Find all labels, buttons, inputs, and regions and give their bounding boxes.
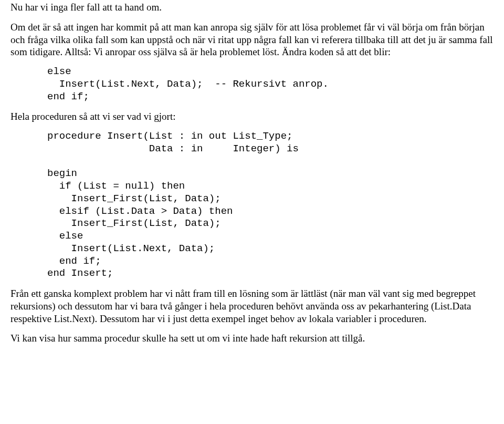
paragraph-4: Från ett ganska komplext problem har vi … xyxy=(10,287,494,325)
paragraph-5: Vi kan visa hur samma procedur skulle ha… xyxy=(10,332,494,345)
paragraph-2: Om det är så att ingen har kommit på att… xyxy=(10,21,494,58)
paragraph-3: Hela proceduren så att vi ser vad vi gjo… xyxy=(10,110,494,123)
code-block-1: else Insert(List.Next, Data); -- Rekursi… xyxy=(47,66,494,103)
code-block-2: procedure Insert(List : in out List_Type… xyxy=(47,130,494,280)
paragraph-1: Nu har vi inga fler fall att ta hand om. xyxy=(10,1,494,14)
document-page: Nu har vi inga fler fall att ta hand om.… xyxy=(0,0,504,363)
